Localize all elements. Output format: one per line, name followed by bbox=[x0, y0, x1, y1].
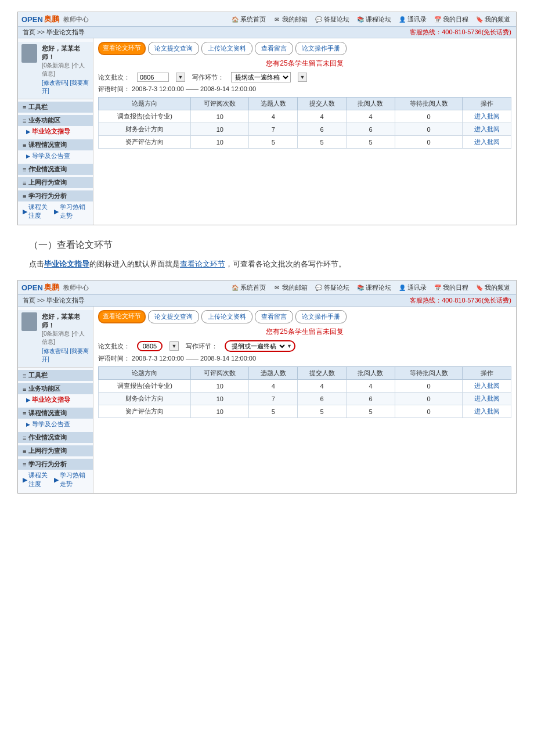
avatar-2 bbox=[21, 312, 37, 331]
second-nav-bar-2: 首页 >> 毕业论文指导 客服热线：400-810-5736(免长话费) bbox=[18, 295, 516, 307]
user-meta: [0条新消息 [个人信息] bbox=[42, 62, 89, 78]
tab-manual-2[interactable]: 论文操作手册 bbox=[295, 310, 347, 323]
col-reviewed: 批阅人数 bbox=[347, 98, 395, 110]
sidebar-guide-2[interactable]: ▶ 导学及公告查 bbox=[18, 419, 93, 430]
biz-icon-2: ≡ bbox=[23, 386, 26, 393]
tab-view-thesis-cycle[interactable]: 查看论文环节 bbox=[98, 42, 146, 55]
sidebar: 您好，某某老师！ [0条新消息 [个人信息] [修改密码] [我要离开] ≡ 工… bbox=[18, 38, 93, 225]
cell-max: 10 bbox=[191, 110, 249, 123]
tab-view-messages[interactable]: 查看留言 bbox=[255, 42, 293, 55]
cell-selected: 5 bbox=[249, 136, 298, 149]
writing-label: 写作环节： bbox=[192, 73, 224, 82]
home-icon-2: 🏠 bbox=[231, 283, 239, 291]
calendar-icon: 📅 bbox=[434, 15, 442, 23]
sub-course-focus-2[interactable]: ▶ 课程关注度 bbox=[23, 471, 52, 488]
sidebar-sub-course-focus[interactable]: ▶ 课程关注度 bbox=[23, 203, 52, 220]
nav-calendar[interactable]: 📅我的日程 bbox=[431, 15, 471, 24]
batch-label-2: 论文批次： bbox=[98, 342, 130, 351]
logo-center-2: 教师中心 bbox=[63, 283, 89, 292]
cell-topic: 资产评估方向 bbox=[99, 136, 191, 149]
cell-action[interactable]: 进入批阅 bbox=[463, 123, 511, 136]
content-area: 查看论文环节 论文提交查询 上传论文资料 查看留言 论文操作手册 您有25条学生… bbox=[93, 38, 516, 225]
chat-icon-2: 💬 bbox=[315, 283, 323, 291]
tab-thesis-query[interactable]: 论文提交查询 bbox=[148, 42, 199, 55]
sidebar-toolbar: ≡ 工具栏 bbox=[18, 102, 93, 113]
cell-topic: 调查报告(会计专业) bbox=[99, 110, 191, 123]
col2-act: 操作 bbox=[463, 367, 511, 380]
cell-submitted: 6 bbox=[298, 393, 347, 405]
sidebar-item-thesis-2[interactable]: ▶ 毕业论文指导 bbox=[18, 394, 93, 405]
nav-chan-2[interactable]: 🔖我的频道 bbox=[473, 283, 513, 293]
writing-select-wrapper: 提纲或一遍终稿 ▼ bbox=[225, 340, 295, 352]
batch-dropdown-arrow[interactable]: ▼ bbox=[176, 73, 185, 82]
cell-action[interactable]: 进入批阅 bbox=[463, 393, 511, 405]
nav-course-2[interactable]: 📚课程论坛 bbox=[354, 283, 394, 293]
cell-waiting: 0 bbox=[395, 393, 462, 405]
writing-select[interactable]: 提纲或一遍终稿 bbox=[231, 72, 291, 82]
sidebar-toolbar-2: ≡ 工具栏 bbox=[18, 370, 93, 381]
cell-max: 10 bbox=[191, 136, 249, 149]
section-icon-2: ≡ bbox=[23, 142, 26, 149]
desc-highlight: 查看论文环节 bbox=[180, 260, 225, 268]
nav-mail[interactable]: ✉我的邮箱 bbox=[270, 15, 310, 24]
nav-qa-2[interactable]: 💬答疑论坛 bbox=[312, 283, 352, 293]
desc-text-middle: 的图标进入的默认界面就是 bbox=[89, 260, 180, 268]
hw-i-2: ≡ bbox=[23, 434, 26, 441]
user-info: 您好，某某老师！ [0条新消息 [个人信息] [修改密码] [我要离开] bbox=[42, 44, 89, 95]
tab-view-2[interactable]: 查看论文环节 bbox=[98, 310, 146, 323]
batch-dropdown-arrow-2[interactable]: ▼ bbox=[169, 341, 179, 351]
sub-learn-trend-2[interactable]: ▶ 学习热销走势 bbox=[54, 471, 88, 488]
avatar bbox=[21, 44, 37, 63]
func-tabs: 查看论文环节 论文提交查询 上传论文资料 查看留言 论文操作手册 bbox=[98, 42, 511, 55]
cell-selected: 7 bbox=[249, 123, 298, 136]
sidebar-sub-learn-trend[interactable]: ▶ 学习热销走势 bbox=[54, 203, 88, 220]
tab-upload-material[interactable]: 上传论文资料 bbox=[201, 42, 252, 55]
tab-msg-2[interactable]: 查看留言 bbox=[255, 310, 293, 323]
col2-rev: 批阅人数 bbox=[347, 367, 395, 380]
nav-cal-2[interactable]: 📅我的日程 bbox=[431, 283, 471, 293]
writing-arrow-2: ▼ bbox=[287, 343, 292, 349]
user-icon: 👤 bbox=[398, 15, 406, 23]
book-icon: 📚 bbox=[356, 15, 365, 23]
nav-home-2[interactable]: 🏠系统首页 bbox=[229, 283, 268, 293]
thesis-table-2: 论题方向 可评阅次数 选题人数 提交人数 批阅人数 等待批阅人数 操作 调查报告… bbox=[98, 366, 511, 418]
writing-select-2[interactable]: 提纲或一遍终稿 bbox=[228, 341, 287, 351]
nav-qa-forum[interactable]: 💬答疑论坛 bbox=[312, 15, 352, 24]
batch-input-2[interactable] bbox=[138, 342, 161, 350]
batch-input[interactable] bbox=[137, 73, 169, 82]
nav-channel[interactable]: 🔖我的频道 bbox=[473, 15, 513, 24]
tab-upload-2[interactable]: 上传论文资料 bbox=[201, 310, 252, 323]
description-paragraph: 点击毕业论文指导的图标进入的默认界面就是查看论文环节，可查看各论文批次的各写作环… bbox=[29, 257, 522, 271]
section-icon: ≡ bbox=[23, 117, 26, 124]
tab-query-2[interactable]: 论文提交查询 bbox=[148, 310, 199, 323]
panel-2: OPEN奥鹏 教师中心 🏠系统首页 ✉我的邮箱 💬答疑论坛 📚课程论坛 👤通讯录… bbox=[17, 280, 517, 494]
filter-row: 论文批次： ▼ 写作环节： 提纲或一遍终稿 ▼ bbox=[98, 72, 511, 82]
nav-course-forum[interactable]: 📚课程论坛 bbox=[354, 15, 394, 24]
cell-max: 10 bbox=[191, 123, 249, 136]
col2-wait: 等待批阅人数 bbox=[395, 367, 462, 380]
user-links[interactable]: [修改密码] [我要离开] bbox=[42, 79, 89, 95]
tab-manual[interactable]: 论文操作手册 bbox=[295, 42, 347, 55]
online-icon: ≡ bbox=[23, 179, 26, 186]
cell-action[interactable]: 进入批阅 bbox=[463, 380, 511, 393]
writing-label-2: 写作环节： bbox=[186, 342, 218, 351]
cell-submitted: 4 bbox=[298, 380, 347, 393]
writing-dropdown-arrow[interactable]: ▼ bbox=[298, 73, 307, 82]
logo-2: OPEN奥鹏 教师中心 bbox=[21, 282, 89, 293]
sidebar-item-thesis[interactable]: ▶ 毕业论文指导 bbox=[18, 126, 93, 137]
nav-mail-2[interactable]: ✉我的邮箱 bbox=[270, 283, 310, 293]
cell-topic: 资产评估方向 bbox=[99, 405, 191, 418]
user-links-2[interactable]: [修改密码] [我要离开] bbox=[42, 347, 89, 363]
cell-action[interactable]: 进入批阅 bbox=[463, 110, 511, 123]
nav-contacts[interactable]: 👤通讯录 bbox=[396, 15, 429, 24]
cell-action[interactable]: 进入批阅 bbox=[463, 136, 511, 149]
sidebar-sub-row: ▶ 课程关注度 ▶ 学习热销走势 bbox=[18, 201, 93, 221]
sidebar-item-guide[interactable]: ▶ 导学及公告查 bbox=[18, 150, 93, 161]
nav-contacts-2[interactable]: 👤通讯录 bbox=[396, 283, 429, 293]
desc-thesis-link[interactable]: 毕业论文指导 bbox=[44, 260, 89, 268]
nav-home[interactable]: 🏠系统首页 bbox=[229, 15, 268, 24]
an-i-2: ≡ bbox=[23, 461, 26, 468]
col-topic: 论题方向 bbox=[99, 98, 191, 110]
cell-action[interactable]: 进入批阅 bbox=[463, 405, 511, 418]
cell-reviewed: 4 bbox=[347, 110, 395, 123]
